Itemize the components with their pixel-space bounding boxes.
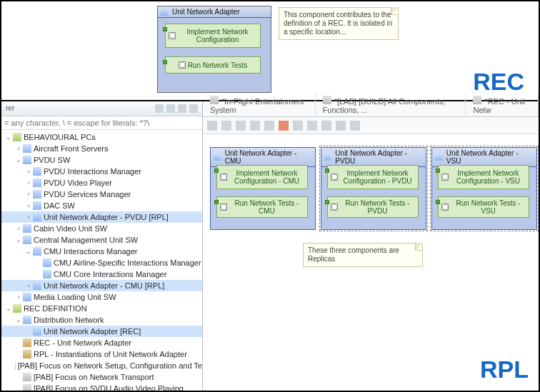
rec-fn-runtests[interactable]: ◯ Run Network Tests: [165, 56, 261, 74]
fn-pin-icon: [214, 200, 219, 204]
expand-closed-icon[interactable]: ›: [24, 202, 33, 209]
tree-node-label: Aircraft Front Servers: [34, 144, 109, 153]
tree-node[interactable]: [PAB] Focus on SVDU Audio Video Playing: [1, 383, 202, 391]
editor-tab[interactable]: *In-Flight Entertainment System: [203, 94, 316, 116]
block-title-text: Unit Network Adapter - CMU: [225, 149, 312, 165]
tree-node[interactable]: ›Aircraft Front Servers: [1, 143, 202, 154]
tree-node-label: Unit Network Adapter - CMU [RPL]: [44, 281, 164, 290]
expand-open-icon[interactable]: ⌄: [14, 236, 23, 243]
toolbar-button[interactable]: [293, 121, 303, 131]
diagram-canvas[interactable]: These three components are Replicas RPL …: [203, 134, 539, 391]
diag-icon: [23, 384, 31, 391]
tree-node[interactable]: ›PVDU Interactions Manager: [1, 166, 202, 177]
toolbar-button[interactable]: [279, 121, 289, 131]
fn-pin-icon: [163, 27, 167, 31]
diag-icon: [23, 373, 31, 381]
toolbar-button[interactable]: [336, 121, 346, 131]
rpl-note: These three components are Replicas: [303, 243, 423, 267]
expand-open-icon[interactable]: ⌄: [4, 305, 13, 312]
expand-open-icon[interactable]: ⌄: [14, 156, 23, 164]
tree-node-label: BEHAVIOURAL PCs: [24, 133, 96, 141]
toolbar-button[interactable]: [307, 121, 317, 131]
tree-node[interactable]: ⌄Central Management Unit SW: [1, 234, 202, 246]
tree-node-label: PVDU Services Manager: [44, 190, 131, 198]
function-icon: ◯: [220, 203, 227, 211]
pc-icon: [13, 133, 21, 141]
editor-area: *In-Flight Entertainment System*[LAB] [B…: [203, 101, 539, 391]
tree-node-label: REC DEFINITION: [24, 304, 87, 313]
block-title: Unit Network Adapter - CMU: [211, 148, 315, 167]
expand-closed-icon[interactable]: ›: [24, 179, 33, 186]
toolbar-button[interactable]: [264, 121, 274, 131]
rpl-component-block[interactable]: Unit Network Adapter - CMU◯Implement Net…: [210, 147, 316, 230]
tab-label: *[LAB] [BUILD] All Components, Functions…: [323, 97, 446, 114]
comp-icon: [33, 247, 41, 256]
collapse-icon[interactable]: [166, 104, 175, 113]
expand-closed-icon[interactable]: ›: [24, 282, 33, 289]
rec-note: This component contributes to the defini…: [279, 7, 399, 40]
toolbar-button[interactable]: [221, 121, 231, 131]
tree-node-label: CMU Interactions Manager: [44, 247, 137, 256]
tree-node[interactable]: ⌄BEHAVIOURAL PCs: [1, 131, 202, 143]
expand-closed-icon[interactable]: ›: [14, 225, 23, 232]
tree-node[interactable]: ›PVDU Services Manager: [1, 189, 202, 200]
minimize-icon[interactable]: [189, 104, 198, 113]
fn-label: Run Network Tests - CMU: [229, 199, 304, 215]
fn-implement[interactable]: ◯Implement Network Configuration - CMU: [216, 165, 308, 189]
tree-node[interactable]: ›DAC SW: [1, 200, 202, 211]
toolbar-button[interactable]: [321, 121, 331, 131]
tree-node[interactable]: ›Media Loading Unit SW: [1, 291, 202, 303]
menu-icon[interactable]: [178, 104, 186, 113]
filter-input[interactable]: [4, 119, 199, 127]
explorer-title: rer: [6, 104, 14, 112]
expand-open-icon[interactable]: ⌄: [14, 316, 23, 323]
tree-node[interactable]: RPL - Instantiations of Unit Network Ada…: [1, 348, 202, 360]
tree-node[interactable]: [PAB] Focus on Network Setup, Configurat…: [1, 360, 202, 371]
expand-closed-icon[interactable]: ›: [14, 145, 23, 152]
toolbar-button[interactable]: [207, 121, 217, 131]
tree-node[interactable]: ›Cabin Video Unit SW: [1, 223, 202, 234]
tree-node[interactable]: ›Unit Network Adapter - PVDU [RPL]: [1, 211, 202, 223]
link-icon[interactable]: [155, 104, 164, 113]
tree-node[interactable]: ⌄PVDU SW: [1, 154, 202, 166]
expand-open-icon[interactable]: ⌄: [4, 134, 13, 141]
toolbar-button[interactable]: [250, 121, 260, 131]
explorer-tree[interactable]: ⌄BEHAVIOURAL PCs›Aircraft Front Servers⌄…: [1, 130, 202, 391]
toolbar-button[interactable]: [236, 121, 246, 131]
comp-icon: [23, 293, 31, 301]
rpl-component-block[interactable]: Unit Network Adapter - VSU◯Implement Net…: [431, 147, 537, 230]
diag-icon: [15, 361, 16, 370]
tree-node[interactable]: ⌄CMU Interactions Manager: [1, 246, 202, 257]
expand-closed-icon[interactable]: ›: [24, 213, 33, 221]
explorer-header: rer: [1, 101, 202, 116]
app-root: Unit Network Adapter ◯ Implement Network…: [0, 0, 540, 392]
comp-icon: [23, 144, 31, 153]
rec-fn-implement[interactable]: ◯ Implement Network Configuration: [165, 24, 261, 48]
comp-icon: [33, 327, 41, 336]
tree-node[interactable]: Unit Network Adapter [REC]: [1, 326, 202, 337]
explorer-filter: [1, 116, 202, 130]
tree-node[interactable]: ⌄Distribution Network: [1, 314, 202, 326]
expand-closed-icon[interactable]: ›: [14, 293, 23, 301]
tree-node[interactable]: ›PVDU Video Player: [1, 177, 202, 189]
comp-icon: [23, 236, 31, 244]
expand-open-icon[interactable]: ⌄: [24, 248, 33, 255]
editor-tab[interactable]: *[LAB] [BUILD] All Components, Functions…: [316, 94, 466, 116]
rpl-component-block[interactable]: Unit Network Adapter - PVDU◯Implement Ne…: [321, 147, 426, 230]
tree-node[interactable]: REC - Unit Network Adapter: [1, 337, 202, 348]
rec-block-title: Unit Network Adapter: [158, 6, 271, 18]
toolbar-button[interactable]: [350, 121, 360, 131]
tree-node[interactable]: CMU Core Interactions Manager: [1, 268, 202, 280]
tree-node[interactable]: ›Unit Network Adapter - CMU [RPL]: [1, 280, 202, 291]
editor-tab[interactable]: *REC - Unit Netw: [466, 94, 539, 116]
rec-component-block[interactable]: Unit Network Adapter ◯ Implement Network…: [157, 6, 271, 93]
comp-icon: [23, 156, 31, 164]
fn-pin-icon: [163, 60, 167, 64]
expand-closed-icon[interactable]: ›: [24, 168, 33, 175]
tree-node[interactable]: [PAB] Focus on Network Transport: [1, 371, 202, 383]
expand-closed-icon[interactable]: ›: [24, 191, 33, 198]
tree-node[interactable]: CMU Airline-Specific Interactions Manage…: [1, 257, 202, 268]
tree-node[interactable]: ⌄REC DEFINITION: [1, 303, 202, 314]
tree-node-label: PVDU Video Player: [44, 179, 112, 187]
fn-runtests[interactable]: ◯Run Network Tests - CMU: [216, 196, 308, 218]
